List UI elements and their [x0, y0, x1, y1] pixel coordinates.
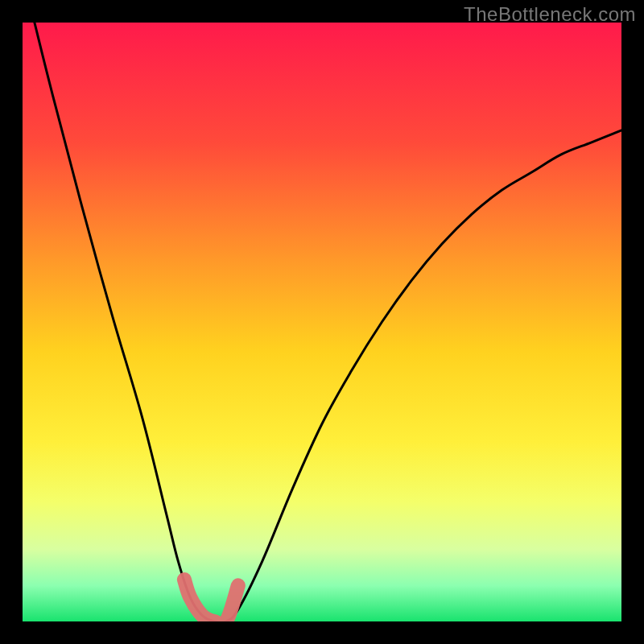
gradient-background: [23, 23, 621, 621]
chart-frame: TheBottleneck.com: [0, 0, 644, 644]
watermark-label: TheBottleneck.com: [464, 3, 636, 26]
plot-area: [23, 23, 621, 621]
bottleneck-chart: [23, 23, 621, 621]
